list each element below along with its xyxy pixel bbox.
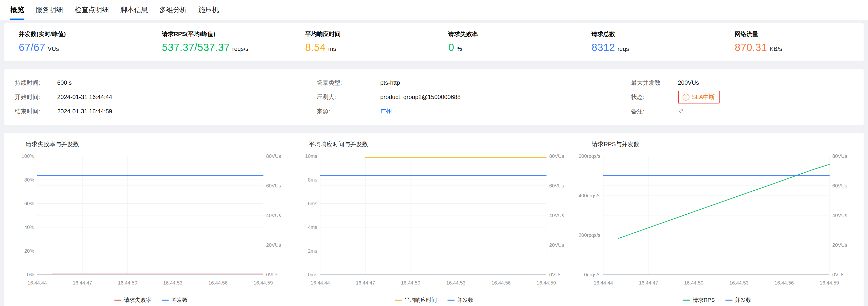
- detail-value: 600 s: [57, 79, 72, 86]
- legend-item-concurrency[interactable]: 并发数: [161, 296, 188, 304]
- svg-text:16:44:50: 16:44:50: [684, 280, 703, 285]
- tab-script-info[interactable]: 脚本信息: [120, 0, 148, 20]
- detail-label: 场景类型:: [317, 79, 380, 87]
- svg-text:16:44:59: 16:44:59: [253, 280, 273, 285]
- svg-text:0VUs: 0VUs: [266, 272, 278, 277]
- svg-text:20VUs: 20VUs: [832, 242, 847, 248]
- sla-status-highlight-box: ! SLA中断: [678, 91, 719, 104]
- legend-item-failure-rate[interactable]: 请求失败率: [114, 296, 151, 304]
- svg-text:16:44:47: 16:44:47: [73, 280, 92, 285]
- svg-text:16:44:44: 16:44:44: [594, 280, 613, 285]
- svg-text:2ms: 2ms: [308, 248, 317, 254]
- legend-label: 并发数: [457, 296, 473, 304]
- tab-overview[interactable]: 概览: [10, 0, 24, 20]
- metric-unit: %: [457, 46, 462, 52]
- svg-text:40VUs: 40VUs: [832, 213, 847, 218]
- legend-line-marker: [114, 300, 122, 301]
- legend-item-concurrency[interactable]: 并发数: [725, 296, 751, 304]
- detail-value: pts-http: [380, 79, 400, 86]
- detail-value: 2024-01-31 16:44:44: [57, 93, 112, 101]
- metric-total-requests: 请求总数 8312reqs: [577, 30, 720, 53]
- metric-value: 537.37/537.37: [162, 41, 230, 53]
- chart-svg: 0%20%40%60%80%100%0VUs20VUs40VUs60VUs80V…: [9, 150, 292, 296]
- svg-text:16:44:59: 16:44:59: [820, 280, 839, 285]
- svg-text:60%: 60%: [24, 201, 34, 206]
- tab-multidim-analysis[interactable]: 多维分析: [159, 0, 187, 20]
- edit-remark-icon[interactable]: ✎: [678, 107, 684, 116]
- svg-text:16:44:50: 16:44:50: [118, 280, 137, 285]
- legend-item-concurrency[interactable]: 并发数: [447, 296, 473, 304]
- legend-line-marker: [395, 300, 402, 301]
- svg-text:20VUs: 20VUs: [549, 242, 564, 248]
- svg-text:20%: 20%: [24, 248, 34, 254]
- source-region-link[interactable]: 广州: [380, 107, 392, 115]
- svg-text:60VUs: 60VUs: [832, 183, 847, 189]
- chart-failure-rate-vs-concurrency: 请求失败率与并发数 0%20%40%60%80%100%0VUs20VUs40V…: [9, 140, 292, 304]
- legend-label: 平均响应时间: [404, 296, 437, 304]
- detail-start-time: 开始时间: 2024-01-31 16:44:44: [15, 90, 317, 104]
- detail-label: 结束时间:: [15, 107, 57, 115]
- detail-label: 持续时间:: [15, 79, 57, 87]
- tab-service-detail[interactable]: 服务明细: [35, 0, 63, 20]
- svg-text:80%: 80%: [24, 177, 34, 183]
- svg-text:16:44:53: 16:44:53: [446, 280, 465, 285]
- warning-icon: !: [683, 93, 689, 101]
- details-column-time: 持续时间: 600 s 开始时间: 2024-01-31 16:44:44 结束…: [15, 76, 317, 118]
- svg-text:16:44:47: 16:44:47: [356, 280, 375, 285]
- svg-text:16:44:56: 16:44:56: [208, 280, 227, 285]
- chart-svg: 0ms2ms4ms6ms8ms10ms0VUs20VUs40VUs60VUs80…: [292, 150, 576, 296]
- metric-unit: ms: [328, 46, 336, 52]
- metric-label: 平均响应时间: [305, 30, 434, 38]
- chart-canvas: 0%20%40%60%80%100%0VUs20VUs40VUs60VUs80V…: [9, 150, 292, 296]
- svg-text:16:44:59: 16:44:59: [536, 280, 556, 285]
- execution-details-card: 持续时间: 600 s 开始时间: 2024-01-31 16:44:44 结束…: [4, 69, 864, 125]
- legend-line-marker: [683, 300, 690, 301]
- detail-value: product_group2@1500000688: [380, 93, 461, 101]
- detail-tester: 压测人: product_group2@1500000688: [317, 90, 631, 104]
- detail-value: 2024-01-31 16:44:59: [57, 108, 112, 115]
- svg-text:40%: 40%: [24, 224, 34, 230]
- svg-text:80VUs: 80VUs: [549, 154, 564, 159]
- metric-value: 0: [448, 41, 454, 53]
- detail-value: 200VUs: [678, 79, 699, 86]
- svg-text:6ms: 6ms: [308, 201, 317, 206]
- metric-rps: 请求RPS(平均/峰值) 537.37/537.37reqs/s: [148, 30, 291, 53]
- metric-label: 并发数(实时/峰值): [19, 30, 148, 38]
- svg-text:0%: 0%: [27, 272, 34, 277]
- details-column-scene: 场景类型: pts-http 压测人: product_group2@15000…: [317, 76, 631, 118]
- metric-value: 67/67: [19, 41, 45, 53]
- sla-status-text: SLA中断: [692, 93, 715, 101]
- chart-legend: 请求RPS并发数: [576, 296, 859, 304]
- tab-load-generator[interactable]: 施压机: [198, 0, 219, 20]
- detail-duration: 持续时间: 600 s: [15, 76, 317, 90]
- metric-unit: VUs: [48, 46, 59, 52]
- svg-text:0ms: 0ms: [308, 272, 317, 277]
- svg-text:8ms: 8ms: [308, 177, 317, 183]
- metric-label: 网络流量: [735, 30, 864, 38]
- metric-unit: KB/s: [770, 46, 782, 52]
- svg-text:16:44:47: 16:44:47: [639, 280, 658, 285]
- svg-text:0reqs/s: 0reqs/s: [584, 272, 600, 277]
- metric-label: 请求总数: [592, 30, 720, 38]
- svg-text:40VUs: 40VUs: [549, 213, 564, 218]
- detail-label: 开始时间:: [15, 93, 57, 101]
- svg-text:80VUs: 80VUs: [266, 154, 281, 159]
- legend-item-avg-response-time[interactable]: 平均响应时间: [395, 296, 437, 304]
- chart-canvas: 0reqs/s200reqs/s400reqs/s600reqs/s0VUs20…: [576, 150, 859, 296]
- svg-text:16:44:44: 16:44:44: [28, 280, 47, 285]
- tab-checkpoint-detail[interactable]: 检查点明细: [74, 0, 109, 20]
- svg-text:16:44:56: 16:44:56: [492, 280, 511, 285]
- metric-unit: reqs/s: [232, 46, 248, 52]
- chart-legend: 平均响应时间并发数: [292, 296, 576, 304]
- svg-text:600reqs/s: 600reqs/s: [579, 154, 600, 159]
- charts-card: 请求失败率与并发数 0%20%40%60%80%100%0VUs20VUs40V…: [4, 133, 864, 306]
- tab-bar: 概览 服务明细 检查点明细 脚本信息 多维分析 施压机: [0, 0, 868, 20]
- legend-label: 请求RPS: [693, 296, 715, 304]
- legend-item-rps[interactable]: 请求RPS: [683, 296, 715, 304]
- metrics-summary-card: 并发数(实时/峰值) 67/67VUs 请求RPS(平均/峰值) 537.37/…: [4, 23, 864, 61]
- chart-svg: 0reqs/s200reqs/s400reqs/s600reqs/s0VUs20…: [576, 150, 859, 296]
- svg-text:0VUs: 0VUs: [549, 272, 561, 277]
- detail-label: 状态:: [631, 93, 678, 101]
- detail-label: 备注:: [631, 107, 678, 115]
- detail-source: 来源: 广州: [317, 104, 631, 118]
